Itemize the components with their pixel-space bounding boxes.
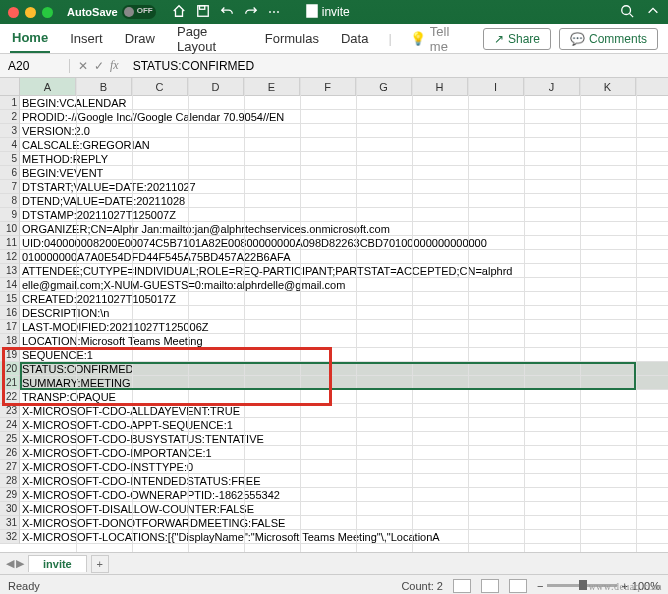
row-header[interactable]: 27 [0, 460, 20, 474]
cell[interactable]: TRANSP:OPAQUE [20, 390, 668, 404]
tab-draw[interactable]: Draw [123, 25, 157, 52]
view-layout-icon[interactable] [481, 579, 499, 593]
search-icon[interactable] [620, 4, 634, 21]
col-header[interactable]: I [468, 78, 524, 95]
col-header[interactable]: C [132, 78, 188, 95]
share-button[interactable]: ↗ Share [483, 28, 551, 50]
row-header[interactable]: 8 [0, 194, 20, 208]
cancel-icon[interactable]: ✕ [78, 59, 88, 73]
col-header[interactable]: J [524, 78, 580, 95]
select-all-corner[interactable] [0, 78, 20, 95]
row-header[interactable]: 5 [0, 152, 20, 166]
cell[interactable]: STATUS:CONFIRMED [20, 362, 668, 376]
cell[interactable]: METHOD:REPLY [20, 152, 668, 166]
tab-insert[interactable]: Insert [68, 25, 105, 52]
cell[interactable]: UID:040000008200E00074C5B7101A82E0080000… [20, 236, 668, 250]
add-sheet-button[interactable]: + [91, 555, 109, 573]
ribbon-toggle-icon[interactable] [646, 4, 660, 21]
row-header[interactable]: 3 [0, 124, 20, 138]
col-header[interactable]: E [244, 78, 300, 95]
row-header[interactable]: 21 [0, 376, 20, 390]
row-header[interactable]: 22 [0, 390, 20, 404]
row-header[interactable]: 15 [0, 292, 20, 306]
cell[interactable]: 010000000A7A0E54DFD44F545A75BD457A22B6AF… [20, 250, 668, 264]
cell[interactable]: DESCRIPTION:\n [20, 306, 668, 320]
spreadsheet-grid[interactable]: A B C D E F G H I J K 1BEGIN:VCALENDAR2P… [0, 78, 668, 552]
cell[interactable]: X-MICROSOFT-CDO-IMPORTANCE:1 [20, 446, 668, 460]
cell[interactable]: LAST-MODIFIED:20211027T125006Z [20, 320, 668, 334]
cell[interactable]: DTEND;VALUE=DATE:20211028 [20, 194, 668, 208]
row-header[interactable]: 2 [0, 110, 20, 124]
autosave-toggle[interactable]: AutoSave OFF [67, 5, 156, 19]
row-header[interactable]: 9 [0, 208, 20, 222]
row-header[interactable]: 30 [0, 502, 20, 516]
row-header[interactable]: 19 [0, 348, 20, 362]
row-header[interactable]: 6 [0, 166, 20, 180]
cell[interactable]: X-MICROSOFT-CDO-INSTTYPE:0 [20, 460, 668, 474]
tell-me-search[interactable]: 💡 Tell me [410, 24, 465, 54]
row-header[interactable]: 23 [0, 404, 20, 418]
cell[interactable]: X-MICROSOFT-CDO-APPT-SEQUENCE:1 [20, 418, 668, 432]
row-header[interactable]: 24 [0, 418, 20, 432]
sheet-tab[interactable]: invite [28, 555, 87, 572]
cell[interactable]: elle@gmail.com;X-NUM-GUESTS=0:mailto:alp… [20, 278, 668, 292]
row-header[interactable]: 20 [0, 362, 20, 376]
row-header[interactable]: 1 [0, 96, 20, 110]
col-header[interactable]: B [76, 78, 132, 95]
row-header[interactable]: 32 [0, 530, 20, 544]
tab-page-layout[interactable]: Page Layout [175, 18, 245, 60]
cell[interactable]: ATTENDEE;CUTYPE=INDIVIDUAL;ROLE=REQ-PART… [20, 264, 668, 278]
col-header[interactable]: D [188, 78, 244, 95]
cell[interactable]: X-MICROSOFT-CDO-BUSYSTATUS:TENTATIVE [20, 432, 668, 446]
view-normal-icon[interactable] [453, 579, 471, 593]
col-header[interactable]: G [356, 78, 412, 95]
cell[interactable]: X-MICROSOFT-DISALLOW-COUNTER:FALSE [20, 502, 668, 516]
cell[interactable]: VERSION:2.0 [20, 124, 668, 138]
row-header[interactable]: 7 [0, 180, 20, 194]
sheet-prev-icon[interactable]: ◀ [6, 557, 14, 570]
col-header[interactable]: K [580, 78, 636, 95]
col-header[interactable]: A [20, 78, 76, 95]
enter-icon[interactable]: ✓ [94, 59, 104, 73]
window-minimize-icon[interactable] [25, 7, 36, 18]
cell[interactable]: SEQUENCE:1 [20, 348, 668, 362]
cell[interactable]: BEGIN:VEVENT [20, 166, 668, 180]
row-header[interactable]: 31 [0, 516, 20, 530]
cell[interactable]: DTSTART;VALUE=DATE:20211027 [20, 180, 668, 194]
window-close-icon[interactable] [8, 7, 19, 18]
zoom-out-icon[interactable]: − [537, 580, 543, 592]
row-header[interactable]: 25 [0, 432, 20, 446]
row-header[interactable]: 10 [0, 222, 20, 236]
cell[interactable]: X-MICROSOFT-CDO-ALLDAYEVENT:TRUE [20, 404, 668, 418]
row-header[interactable]: 12 [0, 250, 20, 264]
cell[interactable]: PRODID:-//Google Inc//Google Calendar 70… [20, 110, 668, 124]
row-header[interactable]: 18 [0, 334, 20, 348]
row-header[interactable]: 26 [0, 446, 20, 460]
formula-input[interactable]: STATUS:CONFIRMED [127, 59, 668, 73]
cell[interactable]: SUMMARY:MEETING [20, 376, 668, 390]
col-header[interactable]: F [300, 78, 356, 95]
cell[interactable]: X-MICROSOFT-DONOTFORWARDMEETING:FALSE [20, 516, 668, 530]
cell[interactable]: ORGANIZER;CN=Alphr Jan:mailto:jan@alphrt… [20, 222, 668, 236]
row-header[interactable]: 16 [0, 306, 20, 320]
sheet-next-icon[interactable]: ▶ [16, 557, 24, 570]
name-box[interactable]: A20 [0, 59, 70, 73]
comments-button[interactable]: 💬 Comments [559, 28, 658, 50]
more-icon[interactable]: ⋯ [268, 5, 280, 19]
cell[interactable]: CALSCALE:GREGORIAN [20, 138, 668, 152]
cell[interactable]: CREATED:20211027T105017Z [20, 292, 668, 306]
cell[interactable]: DTSTAMP:20211027T125007Z [20, 208, 668, 222]
redo-icon[interactable] [244, 4, 258, 21]
row-header[interactable]: 4 [0, 138, 20, 152]
row-header[interactable]: 14 [0, 278, 20, 292]
col-header[interactable]: H [412, 78, 468, 95]
row-header[interactable]: 13 [0, 264, 20, 278]
row-header[interactable]: 29 [0, 488, 20, 502]
fx-icon[interactable]: fx [110, 58, 119, 73]
tab-formulas[interactable]: Formulas [263, 25, 321, 52]
cell[interactable]: X-MICROSOFT-CDO-INTENDEDSTATUS:FREE [20, 474, 668, 488]
row-header[interactable]: 11 [0, 236, 20, 250]
cell[interactable]: BEGIN:VCALENDAR [20, 96, 668, 110]
tab-home[interactable]: Home [10, 24, 50, 53]
row-header[interactable]: 28 [0, 474, 20, 488]
